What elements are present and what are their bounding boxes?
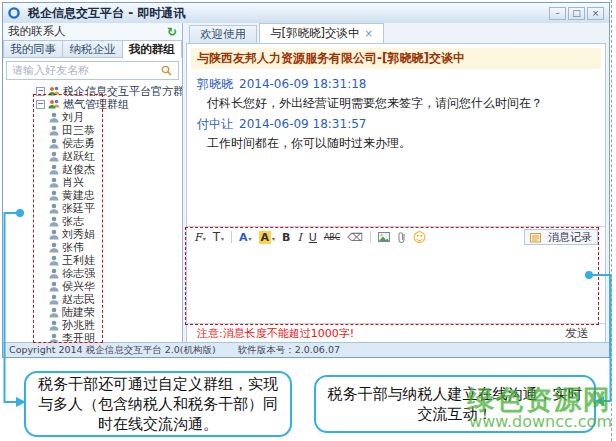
message-timestamp: 2014-06-09 18:31:57 <box>239 117 366 131</box>
bold-icon[interactable]: B <box>282 231 290 244</box>
status-bar: Copyright 2014 税企信息交互平台 2.0(机构版) 软件版本号：2… <box>3 342 609 357</box>
minimize-button[interactable]: – <box>549 7 566 20</box>
session-header: 与陕西友邦人力资源服务有限公司-[郭晓晓]交谈中 <box>191 48 601 69</box>
message-text: 付科长您好，外出经营证明需要您来签字，请问您什么时间在？ <box>197 95 595 112</box>
tab-tax-enterprises[interactable]: 纳税企业 <box>63 40 122 58</box>
italic-icon[interactable]: I <box>297 231 301 244</box>
sidebar-tabs: 我的同事 纳税企业 我的群组 <box>3 40 182 58</box>
person-icon <box>49 112 59 123</box>
font-size-icon[interactable]: T▾ <box>213 230 224 244</box>
highlight-icon[interactable]: A▾ <box>259 231 276 244</box>
close-button[interactable]: × <box>587 7 604 20</box>
message-header: 郭晓晓2014-06-09 18:31:18 <box>197 76 595 93</box>
person-icon <box>49 164 59 175</box>
app-logo-icon <box>8 7 20 19</box>
person-icon <box>49 125 59 136</box>
person-icon <box>49 255 59 266</box>
message-header: 付中让2014-06-09 18:31:57 <box>197 116 595 133</box>
history-icon <box>530 232 541 243</box>
attachment-icon[interactable] <box>397 231 406 243</box>
person-icon <box>49 190 59 201</box>
contact-item[interactable]: 张廷平 <box>3 202 182 215</box>
close-tab-icon[interactable]: × <box>364 29 372 39</box>
contact-tree: −税企信息交互平台官方群−燃气管理群组刘月田三恭侯志勇赵跃红赵俊杰肖兴黄建忠张廷… <box>3 83 182 343</box>
collapse-icon[interactable]: − <box>36 87 45 96</box>
group-icon <box>48 99 60 110</box>
copyright-text: Copyright 2014 税企信息交互平台 2.0(机构版) <box>9 344 216 357</box>
contact-item[interactable]: 赵俊杰 <box>3 163 182 176</box>
window-controls: – □ × <box>549 7 604 20</box>
person-icon <box>49 307 59 318</box>
collapse-icon[interactable]: − <box>36 100 45 109</box>
toolbar-separator <box>231 231 232 243</box>
arrow-right-icon <box>595 396 604 406</box>
screenshot-stage: 税企信息交互平台 - 即时通讯 – □ × 我的联系人 ↻ 我的同事 纳税企业 … <box>0 0 616 441</box>
window-title: 税企信息交互平台 - 即时通讯 <box>28 5 185 22</box>
chat-pane: 欢迎使用 与[郭晓晓]交谈中 × 与陕西友邦人力资源服务有限公司-[郭晓晓]交谈… <box>183 23 609 343</box>
person-icon <box>49 320 59 331</box>
chat-box: 与陕西友邦人力资源服务有限公司-[郭晓晓]交谈中 郭晓晓2014-06-09 1… <box>186 43 606 343</box>
person-icon <box>49 294 59 305</box>
strikethrough-icon[interactable]: ABC <box>324 233 340 242</box>
tab-conversation-label: 与[郭晓晓]交谈中 <box>270 26 359 41</box>
app-window: 税企信息交互平台 - 即时通讯 – □ × 我的联系人 ↻ 我的同事 纳税企业 … <box>2 2 610 358</box>
font-family-icon[interactable]: F▾ <box>194 231 206 244</box>
message-footer: 注意:消息长度不能超过1000字! 发送 <box>187 323 605 342</box>
chat-tabs: 欢迎使用 与[郭晓晓]交谈中 × <box>183 23 609 43</box>
contacts-header-label: 我的联系人 <box>8 24 66 39</box>
search-box <box>6 61 179 80</box>
send-button[interactable]: 发送 <box>559 324 595 343</box>
tab-my-colleagues[interactable]: 我的同事 <box>3 40 63 58</box>
person-icon <box>49 229 59 240</box>
grey-dashed-line <box>611 0 612 441</box>
contact-item[interactable]: 刘秀娟 <box>3 228 182 241</box>
chat-history: 郭晓晓2014-06-09 18:31:18付科长您好，外出经营证明需要您来签字… <box>187 69 605 226</box>
search-input[interactable] <box>10 63 161 78</box>
person-icon <box>49 216 59 227</box>
message-sender: 付中让 <box>197 117 233 131</box>
person-icon <box>49 203 59 214</box>
window-body: 我的联系人 ↻ 我的同事 纳税企业 我的群组 −税企信息交互平台官方群−燃气管理… <box>3 23 609 343</box>
person-icon <box>49 281 59 292</box>
history-button[interactable]: 消息记录 <box>524 229 598 245</box>
callout-chat: 税务干部与纳税人建立在线沟通，实时交流互动！ <box>314 375 596 433</box>
callout-groups: 税务干部还可通过自定义群组，实现与多人（包含纳税人和税务干部）同时在线交流沟通。 <box>24 371 292 437</box>
refresh-icon[interactable]: ↻ <box>167 26 177 38</box>
message-timestamp: 2014-06-09 18:31:18 <box>239 77 366 91</box>
person-icon <box>49 242 59 253</box>
underline-icon[interactable]: U <box>309 231 317 244</box>
font-color-icon[interactable]: A▾ <box>239 231 252 244</box>
tab-welcome-label: 欢迎使用 <box>200 27 246 42</box>
message-text: 工作时间都在，你可以随时过来办理。 <box>197 135 595 152</box>
person-icon <box>49 268 59 279</box>
history-label: 消息记录 <box>548 230 592 245</box>
length-warning: 注意:消息长度不能超过1000字! <box>197 326 354 341</box>
tab-my-groups[interactable]: 我的群组 <box>123 40 182 58</box>
toolbar-separator <box>370 231 371 243</box>
maximize-button[interactable]: □ <box>568 7 585 20</box>
person-icon <box>49 138 59 149</box>
tab-welcome[interactable]: 欢迎使用 <box>189 25 257 43</box>
search-icon[interactable] <box>161 65 172 76</box>
format-toolbar: F▾T▾A▾A▾BIUABC⌫☺消息记录 <box>187 226 605 247</box>
tab-conversation[interactable]: 与[郭晓晓]交谈中 × <box>259 23 384 43</box>
image-icon[interactable] <box>378 232 390 242</box>
group-icon <box>48 86 60 97</box>
contacts-header: 我的联系人 ↻ <box>3 23 182 40</box>
message-input[interactable] <box>187 247 605 323</box>
emoji-icon[interactable]: ☺ <box>413 230 427 245</box>
person-icon <box>49 177 59 188</box>
eraser-icon[interactable]: ⌫ <box>347 231 363 244</box>
contacts-sidebar: 我的联系人 ↻ 我的同事 纳税企业 我的群组 −税企信息交互平台官方群−燃气管理… <box>3 23 183 343</box>
message-sender: 郭晓晓 <box>197 77 233 91</box>
person-icon <box>49 151 59 162</box>
group-row[interactable]: −燃气管理群组 <box>3 98 182 111</box>
titlebar: 税企信息交互平台 - 即时通讯 – □ × <box>3 3 609 24</box>
version-text: 软件版本号：2.0.06.07 <box>238 344 340 357</box>
